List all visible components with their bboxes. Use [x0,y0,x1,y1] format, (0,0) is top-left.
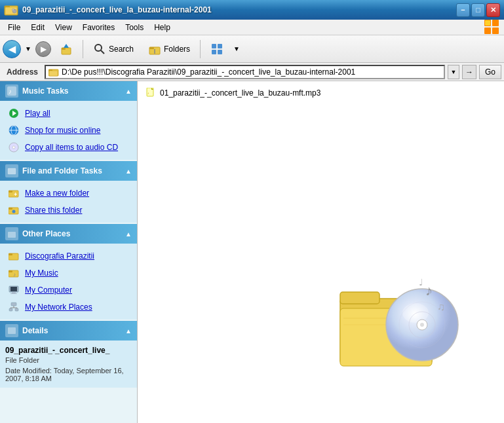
views-dropdown[interactable]: ▼ [232,39,241,60]
share-folder-item[interactable]: Share this folder [5,202,132,219]
svg-text:♫: ♫ [437,301,445,312]
svg-point-4 [12,9,14,11]
svg-rect-20 [212,50,216,54]
shop-music-item[interactable]: Shop for music online [5,122,132,139]
maximize-button[interactable]: □ [471,3,485,17]
new-folder-item[interactable]: + Make a new folder [5,185,132,202]
menu-bar: File Edit View Favorites Tools Help [0,20,504,35]
svg-rect-8 [492,28,499,34]
svg-point-70 [420,323,424,327]
windows-logo [483,18,501,37]
music-tasks-collapse: ▲ [125,88,132,95]
discografia-item[interactable]: Discografia Parazitii [5,248,132,265]
svg-rect-39 [9,208,12,210]
svg-point-33 [12,146,15,149]
other-places-header[interactable]: Other Places ▲ [0,224,137,244]
menu-help[interactable]: Help [149,22,176,33]
svg-rect-45 [9,270,12,272]
svg-line-14 [101,50,104,54]
discografia-folder-icon [8,250,20,262]
details-header[interactable]: Details ▲ [0,321,137,340]
content-area: ♪ 01_parazitii_-_concert_live_la_buzau-m… [138,81,504,423]
music-tasks-header[interactable]: ♪ Music Tasks ▲ [0,81,137,101]
views-icon [210,43,223,56]
forward-button[interactable]: ▶ [35,41,51,57]
svg-rect-21 [218,50,222,54]
svg-rect-7 [484,28,491,34]
share-folder-label: Share this folder [25,206,82,215]
address-bar: Address D:\De pus!!!\Discografia Parazit… [0,63,504,81]
separator-2 [200,40,201,58]
other-places-label: Other Places [22,229,70,238]
svg-rect-11 [62,48,66,50]
music-tasks-header-left: ♪ Music Tasks [5,84,68,98]
folders-button[interactable]: Folders [142,39,196,60]
address-input-wrap: D:\De pus!!!\Discografia Parazitii\09_pa… [45,65,445,79]
views-button[interactable] [204,39,229,60]
svg-rect-19 [218,44,222,48]
back-button[interactable]: ◀ [3,40,21,58]
network-icon [8,301,20,313]
my-computer-item[interactable]: My Computer [5,282,132,299]
file-folder-icon [5,164,18,177]
go-button[interactable]: Go [479,65,501,79]
address-path: D:\De pus!!!\Discografia Parazitii\09_pa… [62,67,355,77]
svg-text:♩: ♩ [419,277,423,287]
minimize-button[interactable]: − [456,3,470,17]
svg-rect-16 [149,47,154,49]
folders-label: Folders [164,45,190,54]
title-left: 09_parazitii_-_concert_live_la_buzau-int… [4,3,212,17]
back-dropdown[interactable]: ▼ [24,39,33,60]
window-title: 09_parazitii_-_concert_live_la_buzau-int… [22,5,212,14]
play-all-item[interactable]: Play all [5,105,132,122]
left-panel: ♪ Music Tasks ▲ Play all [0,81,138,423]
svg-rect-43 [9,253,12,255]
up-icon [60,43,73,56]
computer-icon [8,284,20,296]
up-button[interactable] [54,39,79,60]
window-icon [4,3,18,17]
file-folder-tasks-header[interactable]: File and Folder Tasks ▲ [0,161,137,181]
svg-rect-34 [8,168,16,174]
copy-audio-label: Copy all items to audio CD [25,143,118,152]
go-label: Go [485,67,495,77]
file-name: 01_parazitii_-_concert_live_la_buzau-mft… [160,88,320,98]
svg-text:♪: ♪ [425,282,433,299]
cd-icon [8,141,20,153]
music-tasks-icon: ♪ [5,84,18,98]
svg-text:♪: ♪ [13,272,16,278]
search-label: Search [109,45,134,54]
file-folder-tasks-body: + Make a new folder Share this folder [0,181,137,223]
music-tasks-body: Play all Shop for music online [0,101,137,160]
menu-tools[interactable]: Tools [120,22,149,33]
address-go-arrow[interactable]: → [462,65,476,79]
details-label: Details [22,326,48,335]
audio-file-icon: ♪ [145,88,156,98]
details-type: File Folder [5,356,132,364]
copy-audio-item[interactable]: Copy all items to audio CD [5,139,132,156]
my-network-item[interactable]: My Network Places [5,299,132,316]
other-places-collapse: ▲ [125,230,132,238]
svg-text:+: + [14,191,17,198]
my-music-item[interactable]: ♪ My Music [5,265,132,282]
close-button[interactable]: ✕ [486,3,500,17]
folders-icon [148,43,161,56]
new-folder-label: Make a new folder [25,189,89,198]
menu-file[interactable]: File [3,22,26,33]
svg-rect-63 [340,292,379,304]
file-folder-header-left: File and Folder Tasks [5,164,102,177]
menu-favorites[interactable]: Favorites [77,22,120,33]
my-computer-label: My Computer [25,285,72,295]
svg-point-40 [12,210,16,213]
menu-view[interactable]: View [50,22,77,33]
address-dropdown[interactable]: ▼ [448,65,459,79]
main-area: ♪ Music Tasks ▲ Play all [0,81,504,423]
details-icon [5,324,18,337]
file-item[interactable]: ♪ 01_parazitii_-_concert_live_la_buzau-m… [143,86,499,100]
search-icon [93,43,106,56]
search-button[interactable]: Search [87,39,140,60]
details-section: Details ▲ 09_parazitii_-_concert_live_ F… [0,321,137,388]
menu-edit[interactable]: Edit [26,22,50,33]
other-places-body: Discografia Parazitii ♪ My Music [0,244,137,320]
other-places-icon [5,227,18,240]
